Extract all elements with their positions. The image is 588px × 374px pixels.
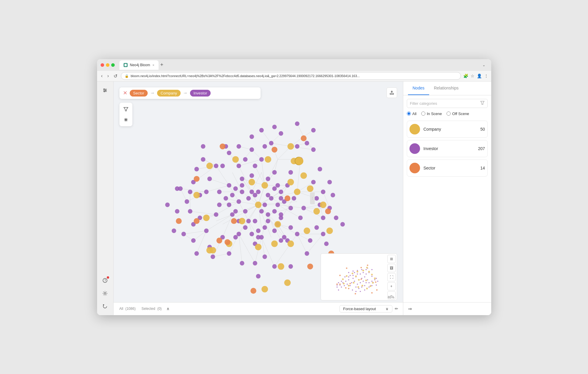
company-pill[interactable]: Company: [157, 90, 181, 97]
sector-pill[interactable]: Sector: [130, 90, 148, 97]
collapse-handle[interactable]: ⋮: [310, 192, 315, 204]
investor-label: Investor: [424, 146, 475, 151]
tab-more-button[interactable]: ⌄: [480, 63, 488, 67]
svg-point-313: [295, 157, 303, 164]
radio-off-scene-label[interactable]: Off Scene: [447, 112, 469, 116]
forward-button[interactable]: ›: [106, 73, 110, 79]
svg-point-380: [357, 286, 359, 288]
svg-point-187: [227, 183, 231, 187]
tab-close-icon[interactable]: ×: [152, 63, 154, 67]
svg-point-279: [313, 208, 320, 215]
svg-point-185: [227, 150, 231, 155]
search-close-icon[interactable]: ✕: [123, 90, 127, 96]
svg-point-258: [272, 209, 276, 213]
extensions-icon[interactable]: 🧩: [463, 74, 468, 78]
svg-point-382: [361, 285, 363, 286]
tab-relationships[interactable]: Relationships: [429, 82, 463, 95]
svg-point-154: [259, 235, 264, 239]
svg-point-354: [359, 291, 361, 292]
all-count: (1086): [125, 307, 136, 311]
map-zoom-in-icon[interactable]: +: [387, 282, 396, 290]
svg-point-308: [194, 218, 199, 224]
svg-point-281: [255, 244, 261, 250]
layout-edit-icon[interactable]: ✏: [395, 306, 398, 311]
svg-point-298: [248, 179, 255, 185]
panel-bottom-icon[interactable]: ⇒: [408, 306, 412, 312]
map-expand-icon[interactable]: ⊞: [387, 255, 396, 263]
profile-icon[interactable]: 👤: [477, 74, 482, 78]
svg-point-400: [367, 265, 368, 266]
map-image-icon[interactable]: 🖼: [387, 264, 396, 272]
sidebar-filter-icon[interactable]: [100, 85, 110, 96]
svg-text:?: ?: [104, 279, 106, 282]
svg-point-144: [224, 196, 228, 200]
back-button[interactable]: ‹: [100, 73, 104, 79]
new-tab-button[interactable]: +: [160, 62, 164, 68]
svg-point-365: [338, 282, 339, 283]
selected-count: (0): [157, 307, 162, 311]
title-bar: Neo4j Bloom × + ⌄: [97, 59, 491, 71]
close-button[interactable]: [101, 63, 104, 67]
svg-point-262: [243, 225, 247, 230]
svg-point-386: [342, 278, 344, 280]
radio-all-label[interactable]: All: [407, 112, 417, 116]
svg-point-358: [365, 269, 367, 270]
sidebar-help-icon[interactable]: ?: [100, 275, 110, 286]
sidebar-bottom: ?: [100, 275, 110, 312]
svg-point-184: [236, 144, 241, 148]
radio-in-scene-input[interactable]: [421, 112, 425, 116]
svg-point-390: [368, 271, 370, 272]
investor-pill[interactable]: Investor: [190, 90, 211, 97]
svg-point-161: [301, 206, 306, 210]
svg-line-69: [239, 159, 261, 166]
radio-in-scene-label[interactable]: In Scene: [421, 112, 442, 116]
tab-nodes[interactable]: Nodes: [408, 82, 429, 95]
panel-content: All In Scene Off Scene Company 50: [403, 95, 491, 302]
svg-point-372: [371, 276, 372, 277]
filter-categories-input[interactable]: [410, 101, 478, 106]
active-tab[interactable]: Neo4j Bloom ×: [119, 60, 159, 70]
map-fullscreen-icon[interactable]: ⛶: [387, 273, 396, 281]
svg-point-369: [376, 277, 377, 279]
svg-point-323: [349, 285, 351, 286]
radio-off-scene-input[interactable]: [447, 112, 451, 116]
filter-panel-asterisk-icon[interactable]: [121, 115, 131, 124]
svg-point-299: [224, 239, 230, 245]
sector-nodes[interactable]: [176, 135, 334, 294]
svg-point-378: [362, 270, 364, 271]
maximize-button[interactable]: [111, 63, 115, 67]
radio-all-input[interactable]: [407, 112, 411, 116]
sidebar-back-icon[interactable]: [100, 301, 110, 312]
node-card-investor[interactable]: Investor 207: [407, 140, 488, 157]
sidebar-settings-icon[interactable]: [100, 288, 110, 299]
svg-point-338: [365, 273, 367, 275]
svg-point-389: [357, 271, 358, 272]
investor-nodes[interactable]: [165, 121, 345, 278]
svg-point-153: [279, 238, 283, 242]
svg-point-179: [311, 128, 315, 132]
mini-map: ⊞ 🖼 ⛶ + − 65%: [321, 253, 397, 300]
svg-point-239: [201, 144, 205, 148]
node-card-sector[interactable]: Sector 14: [407, 159, 488, 177]
minimize-button[interactable]: [106, 63, 109, 67]
menu-icon[interactable]: ⋮: [484, 74, 488, 78]
url-box[interactable]: 🔒 bloom.neo4j.io/index.html?connectURL=n…: [121, 72, 461, 80]
address-actions: 🧩 ☆ 👤 ⋮: [463, 74, 488, 78]
layout-dropdown[interactable]: Force-based layout ∨: [339, 305, 392, 313]
svg-point-349: [341, 280, 342, 282]
svg-point-245: [262, 225, 267, 230]
search-bar: ✕ Sector → Company → Investor: [119, 87, 261, 99]
node-card-company[interactable]: Company 50: [407, 121, 488, 138]
svg-line-65: [216, 166, 229, 185]
bookmark-icon[interactable]: ☆: [471, 74, 474, 78]
bottom-bar-toggle-button[interactable]: ∧: [166, 306, 169, 311]
refresh-button[interactable]: ↺: [112, 73, 119, 79]
svg-point-327: [344, 285, 345, 286]
svg-point-252: [253, 193, 257, 197]
svg-point-397: [349, 283, 351, 284]
filter-panel-filter-icon[interactable]: [121, 104, 131, 114]
tab-bar: Neo4j Bloom × + ⌄: [119, 60, 488, 70]
svg-marker-11: [124, 107, 128, 111]
svg-point-260: [256, 228, 260, 233]
svg-point-351: [341, 286, 342, 287]
